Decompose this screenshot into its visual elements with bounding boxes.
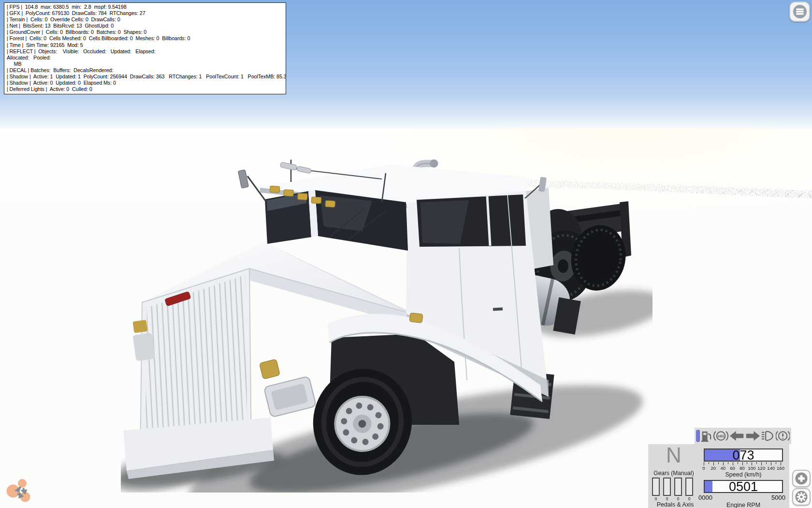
fuel-pump-icon — [701, 429, 712, 443]
debug-line: | REFLECT | Objects: Visible: Occluded: … — [7, 48, 283, 55]
speed-tick-label: 120 — [757, 465, 765, 471]
speed-gauge: 073 020406080100120140160 Speed (km/h) — [704, 448, 783, 478]
speed-tick — [747, 462, 747, 464]
arrow-right-icon — [745, 430, 760, 442]
pedal-value: 0 — [663, 496, 671, 501]
speed-tick-label: 60 — [730, 465, 735, 471]
plus-icon — [795, 472, 808, 485]
pedal-value: 0 — [685, 496, 693, 501]
debug-line: | Shadow | Active: 1 Updated: 1 PolyCoun… — [7, 74, 283, 80]
speed-tick — [742, 462, 743, 465]
zoom-in-button[interactable] — [792, 470, 811, 487]
pedal-bar — [652, 478, 660, 496]
debug-line: MB — [7, 61, 283, 67]
gear-indicator: N — [653, 443, 695, 467]
abs-icon: ABS — [713, 429, 728, 443]
speed-tick-label: 140 — [767, 465, 775, 471]
svg-text:ABS: ABS — [718, 434, 725, 438]
rpm-minmax: 0000 5000 — [698, 494, 785, 501]
rpm-gauge: 0501 0000 5000 Engine RPM — [704, 480, 783, 508]
debug-line: | GroundCover | Cells: 0 Billboards: 0 B… — [7, 29, 283, 35]
speed-tick — [713, 462, 714, 465]
speed-tick — [704, 462, 704, 465]
headlight — [264, 376, 317, 417]
rpm-value: 0501 — [705, 479, 782, 494]
debug-line: Allocated: Pooled: — [7, 55, 283, 61]
speed-tick-labels: 020406080100120140160 — [704, 465, 783, 471]
hamburger-menu-icon — [793, 4, 807, 19]
speed-tick-label: 160 — [777, 465, 784, 471]
speed-tick — [766, 462, 767, 464]
node-graph-widget[interactable] — [2, 477, 34, 508]
gears-label: Gears (Manual) — [650, 470, 697, 477]
speed-tick — [781, 462, 781, 465]
debug-line: | Net | BitsSent: 13 BitsRcvd: 13 GhostU… — [7, 23, 283, 29]
debug-line: | Time | Sim Time: 92165 Mod: 5 — [7, 42, 283, 48]
debug-stats-box: | FPS | 104.8 max: 6380.5 min: 2.8 mspf:… — [4, 2, 286, 94]
pedals-widget: 0000 Pedals & Axis — [652, 478, 698, 508]
speed-tick-label: 80 — [740, 465, 745, 471]
speed-tick-label: 0 — [702, 465, 705, 471]
hud-side-buttons — [792, 470, 811, 506]
speed-tick-row — [704, 462, 783, 465]
settings-button[interactable] — [792, 488, 811, 506]
speed-tick — [771, 462, 771, 465]
speed-tick-label: 20 — [711, 465, 716, 471]
pedals-label: Pedals & Axis — [652, 501, 698, 508]
speed-tick — [776, 462, 776, 464]
pedal-value: 0 — [652, 496, 660, 501]
speed-tick — [733, 462, 733, 465]
menu-button[interactable] — [789, 1, 810, 22]
speed-tick — [709, 462, 709, 464]
rpm-max-label: 5000 — [771, 494, 785, 501]
node-graph-icon — [2, 477, 34, 506]
speed-tick — [718, 462, 719, 464]
speed-tick — [738, 462, 738, 464]
debug-line: | DECAL | Batches: Buffers: DecalsRender… — [7, 67, 283, 74]
fuel-level-bar — [696, 429, 700, 443]
speed-tick — [723, 462, 724, 465]
debug-line: | GFX | PolyCount: 679130 DrawCalls: 784… — [7, 10, 283, 16]
speed-tick — [728, 462, 728, 464]
low-beam-icon — [761, 430, 774, 442]
arrow-left-icon — [729, 430, 744, 442]
gear-icon — [795, 491, 808, 503]
fender-marker-light — [409, 313, 423, 323]
game-viewport: | FPS | 104.8 max: 6380.5 min: 2.8 mspf:… — [0, 0, 812, 508]
speed-tick — [752, 462, 752, 465]
debug-line: | Shadow | Active: 0 Updated: 0 Elapsed … — [7, 80, 283, 86]
pedal-value: 0 — [674, 496, 682, 501]
speed-label: Speed (km/h) — [704, 471, 783, 478]
rpm-min-label: 0000 — [698, 494, 712, 501]
speed-value: 073 — [705, 448, 782, 463]
debug-line: | Forest | Cells: 0 Cells Meshed: 0 Cell… — [7, 35, 283, 42]
debug-line: | Terrain | Cells: 0 Override Cells: 0 D… — [7, 16, 283, 23]
speed-bar: 073 — [704, 448, 783, 462]
speed-tick — [756, 462, 757, 464]
dashboard-panel: N Gears (Manual) 073 0204060801001201401… — [648, 444, 789, 508]
pedal-values: 0000 — [652, 496, 698, 501]
rpm-label: Engine RPM — [704, 502, 783, 508]
indicator-strip: ABS — [695, 428, 791, 444]
amber-marker-light — [259, 359, 280, 379]
pedal-bar — [663, 478, 671, 496]
speed-tick-label: 40 — [720, 465, 725, 471]
brake-warning-icon — [776, 429, 790, 443]
speed-tick-label: 100 — [748, 465, 755, 471]
debug-line: | Deferred Lights | Active: 0 Culled: 0 — [7, 86, 283, 92]
rpm-bar: 0501 — [704, 480, 783, 493]
pedal-bars — [652, 478, 698, 496]
truck-illustration — [121, 154, 652, 493]
debug-line: | FPS | 104.8 max: 6380.5 min: 2.8 mspf:… — [7, 4, 283, 10]
pedal-bar — [674, 478, 682, 496]
pedal-bar — [685, 478, 693, 496]
speed-tick — [761, 462, 762, 465]
